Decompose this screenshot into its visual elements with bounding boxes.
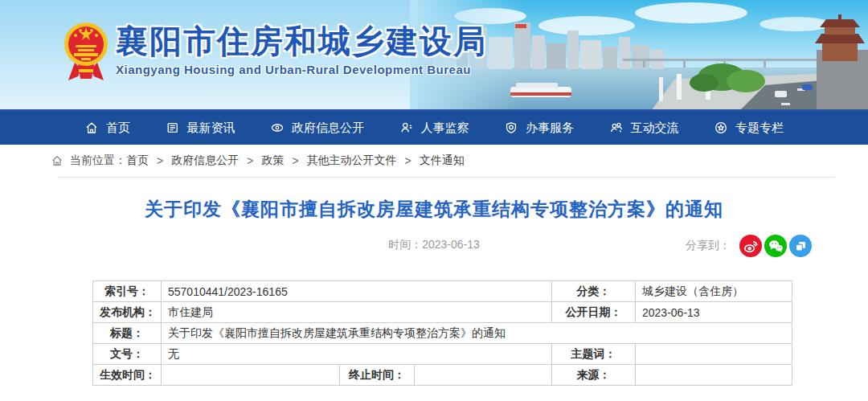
category-value: 城乡建设（含住房） [636,281,792,302]
national-emblem-icon [62,19,110,87]
nav-label: 办事服务 [526,121,574,136]
doc-number-label: 文号： [93,344,162,365]
wechat-share-button[interactable] [764,235,787,257]
breadcrumb-link-other-docs[interactable]: 其他主动公开文件 [307,153,397,168]
time-label: 时间： [388,238,422,251]
document-meta-table: 索引号： 557010441/2023-16165 分类： 城乡建设（含住房） … [92,280,792,386]
people-icon [609,121,624,135]
shield-icon [504,121,518,135]
nav-item-news[interactable]: 最新资讯 [166,121,235,136]
home-icon [51,154,63,167]
doc-number-value: 无 [162,344,552,365]
nav-label: 最新资讯 [187,121,235,136]
share-label: 分享到： [686,239,731,253]
breadcrumb-link-home[interactable]: 首页 [126,153,149,168]
breadcrumb-prefix: 当前位置： [70,153,126,168]
star-icon [714,121,728,135]
table-row: 发布机构： 市住建局 公开日期： 2023-06-13 [93,302,792,323]
site-name: 襄阳市住房和城乡建设局 [116,23,487,59]
publish-time: 时间：2023-06-13 [388,238,480,252]
nav-item-services[interactable]: 办事服务 [504,121,574,136]
effective-date-label: 生效时间： [93,365,162,386]
title-label: 标题： [93,323,162,344]
nav-label: 专题专栏 [735,121,784,136]
page: 襄阳市住房和城乡建设局 Xiangyang Housing and Urban-… [0,0,868,386]
source-value [636,365,792,386]
keywords-label: 主题词： [552,344,636,365]
nav-item-gov-info[interactable]: 政府信息公开 [270,121,364,136]
publisher-label: 发布机构： [93,302,162,323]
copy-icon [792,237,809,255]
breadcrumb-separator: > [157,154,163,167]
breadcrumb-link-policy[interactable]: 政策 [261,153,284,168]
table-row: 索引号： 557010441/2023-16165 分类： 城乡建设（含住房） [93,281,792,302]
article-meta-row: 时间：2023-06-13 分享到： [0,233,868,259]
nav-label: 政府信息公开 [292,121,364,136]
page-title: 关于印发《襄阳市擅自拆改房屋建筑承重结构专项整治方案》的通知 [0,197,868,222]
weibo-icon [742,237,760,255]
index-number-label: 索引号： [93,281,162,302]
category-label: 分类： [552,281,636,302]
nav-label: 互动交流 [631,121,679,136]
publish-date-label: 公开日期： [552,302,636,323]
nav-item-interaction[interactable]: 互动交流 [609,121,679,136]
breadcrumb-separator: > [405,154,411,167]
keywords-value [636,344,792,365]
time-value: 2023-06-13 [422,238,480,251]
end-date-label: 终止时间： [340,365,415,386]
header-banner: 襄阳市住房和城乡建设局 Xiangyang Housing and Urban-… [0,0,868,111]
eye-icon [270,121,285,135]
publisher-value: 市住建局 [162,302,552,323]
end-date-value [415,365,552,386]
nav-item-personnel[interactable]: 人事监察 [399,121,469,136]
nav-label: 人事监察 [421,121,469,136]
site-titles: 襄阳市住房和城乡建设局 Xiangyang Housing and Urban-… [116,23,487,76]
wechat-icon [767,237,784,255]
copy-share-button[interactable] [789,235,812,257]
effective-date-value [162,365,340,386]
table-row: 生效时间： 终止时间： 来源： [93,365,792,386]
breadcrumb-divider [57,177,835,178]
nav-item-special-columns[interactable]: 专题专栏 [714,121,784,136]
home-icon [84,121,99,135]
weibo-share-button[interactable] [739,235,762,257]
breadcrumb-separator: > [292,154,298,167]
index-number-value: 557010441/2023-16165 [162,281,552,302]
site-name-english: Xiangyang Housing and Urban-Rural Develo… [116,63,487,76]
source-label: 来源： [552,365,636,386]
breadcrumb-link-gov-info[interactable]: 政府信息公开 [171,153,239,168]
nav-label: 首页 [106,121,130,136]
nav-item-home[interactable]: 首页 [84,121,130,136]
person-icon [399,121,414,135]
news-icon [166,121,180,135]
main-nav: 首页 最新资讯 政府信息公开 人事监察 办事服务 互动交流 专题专栏 [0,111,868,145]
publish-date-value: 2023-06-13 [636,302,792,323]
breadcrumb-link-notices[interactable]: 文件通知 [420,153,465,168]
title-value: 关于印发《襄阳市擅自拆改房屋建筑承重结构专项整治方案》的通知 [162,323,792,344]
table-row: 标题： 关于印发《襄阳市擅自拆改房屋建筑承重结构专项整治方案》的通知 [93,323,792,344]
share-toolbar: 分享到： [686,235,812,257]
breadcrumb: 当前位置： 首页 > 政府信息公开 > 政策 > 其他主动公开文件 > 文件通知 [0,145,868,177]
table-row: 文号： 无 主题词： [93,344,792,365]
breadcrumb-separator: > [247,154,253,167]
